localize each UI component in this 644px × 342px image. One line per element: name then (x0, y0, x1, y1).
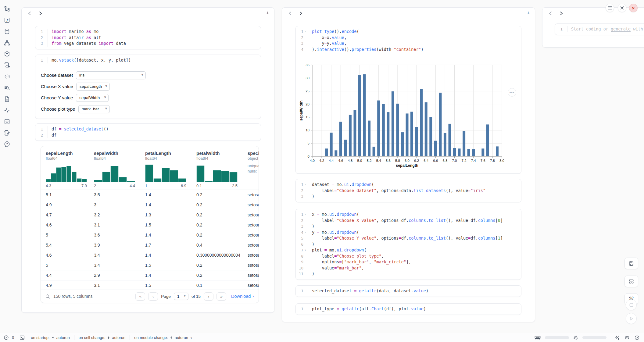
collapse-left-icon[interactable] (548, 11, 553, 16)
altair-bar-chart[interactable]: 051015202530354.04.24.44.64.85.05.25.45.… (298, 56, 518, 173)
fold-chevron-icon[interactable]: ∨ (304, 182, 307, 188)
code-line[interactable]: ) (308, 223, 521, 230)
save-button[interactable] (624, 258, 638, 269)
svg-text:4.0: 4.0 (310, 159, 315, 162)
ai-sparkles-icon[interactable] (614, 335, 620, 340)
on-cell-change-setting[interactable]: on cell change: autorun (79, 335, 126, 340)
run-button[interactable] (626, 313, 637, 324)
empty-code-editor[interactable]: 1 Start coding or generate with AI. (555, 24, 644, 35)
table-cell: 4.9 (46, 283, 94, 288)
code-line[interactable]: df = selected_dataset() (48, 126, 261, 132)
functions-icon[interactable]: ƒ (4, 17, 10, 23)
column-header-sepalWidth[interactable]: sepalWidthfloat6424.4 (94, 151, 145, 190)
page-select[interactable]: 1 (174, 293, 188, 300)
fold-chevron-icon[interactable]: ∨ (304, 230, 307, 236)
next-page-button[interactable]: › (204, 292, 213, 301)
code-line[interactable]: plot = mo.ui.dropdown( (308, 247, 521, 253)
collapse-right-icon[interactable] (559, 11, 564, 16)
connection-status-icon[interactable] (634, 335, 640, 340)
code-line[interactable]: label="Choose dataset", options=data.lis… (308, 188, 521, 194)
errors-icon[interactable] (4, 335, 9, 340)
y-value-select[interactable]: sepalWidth (76, 94, 109, 102)
close-button[interactable]: × (629, 4, 638, 12)
code-line[interactable]: ) (308, 271, 521, 277)
terminal-icon[interactable] (20, 335, 25, 340)
column-header-species[interactable]: speciesobjectunique:nulls: (248, 151, 259, 190)
fold-chevron-icon[interactable]: ∨ (304, 212, 307, 218)
code-line[interactable]: dataset = mo.ui.dropdown( (308, 182, 521, 188)
code-editor-plot-type[interactable]: 1plot_type = getattr(alt.Chart(df), plot… (296, 304, 521, 315)
code-editor-dataset[interactable]: 1∨dataset = mo.ui.dropdown(2 label="Choo… (296, 179, 521, 202)
code-line[interactable]: x=x.value, (308, 35, 521, 41)
code-editor-df[interactable]: 1df = selected_dataset()2df (35, 124, 261, 141)
plot-type-select[interactable]: mark_bar (78, 105, 110, 113)
code-line[interactable]: mo.vstack([dataset, x, y, plot]) (48, 57, 261, 63)
collapse-right-icon[interactable] (299, 11, 303, 16)
collapse-left-icon[interactable] (27, 11, 32, 16)
add-cell-button[interactable]: + (266, 10, 269, 16)
svg-text:5: 5 (308, 141, 309, 145)
code-editor-imports[interactable]: 1import marimo as mo2import altair as al… (35, 26, 261, 49)
download-button[interactable]: Download∨ (231, 294, 254, 299)
code-editor-plot[interactable]: 1∨plot_type().encode(2 x=x.value,3 y=y.v… (296, 26, 521, 55)
chart-actions-button[interactable]: ••• (508, 88, 516, 97)
code-line[interactable]: label="Choose plot type", (308, 253, 521, 259)
logs-icon[interactable] (4, 62, 10, 69)
code-editor-selected[interactable]: 1selected_dataset = getattr(data, datase… (296, 286, 521, 297)
column-header-petalWidth[interactable]: petalWidthfloat640.12.5 (196, 151, 248, 190)
packages-icon[interactable] (4, 51, 10, 57)
code-line[interactable]: plot_type().encode( (308, 29, 521, 35)
on-module-change-setting[interactable]: on module change: autorun ∨ (134, 335, 192, 340)
code-line[interactable]: label="Choose X value", options=df.colum… (308, 218, 521, 224)
help-icon[interactable]: ? (4, 141, 10, 148)
copilot-icon[interactable] (624, 335, 630, 340)
code-line[interactable]: from vega_datasets import data (48, 41, 261, 47)
code-line[interactable]: selected_dataset = getattr(data, dataset… (308, 288, 521, 294)
notebook-scratchpad-icon[interactable] (4, 130, 10, 136)
dependency-graph-icon[interactable] (4, 39, 10, 46)
menu-button[interactable] (606, 4, 614, 12)
dataset-select[interactable]: iris (76, 71, 146, 79)
file-explorer-icon[interactable] (4, 5, 10, 12)
code-line[interactable]: plot_type = getattr(alt.Chart(df), plot.… (308, 306, 521, 312)
search-icon[interactable] (45, 294, 50, 299)
scratchpad-search-icon[interactable] (4, 84, 10, 91)
prev-page-button[interactable]: ‹ (148, 292, 158, 301)
fold-chevron-icon[interactable]: ∨ (304, 29, 307, 35)
fold-chevron-icon[interactable]: ∨ (304, 247, 307, 253)
snippets-icon[interactable] (4, 118, 10, 125)
collapse-right-icon[interactable] (38, 11, 43, 16)
code-line[interactable]: import marimo as mo (48, 29, 261, 35)
code-line[interactable]: ).interactive().properties(width="contai… (308, 47, 521, 53)
code-line[interactable]: options=["mark_bar", "mark_circle"], (308, 259, 521, 265)
code-line[interactable]: import altair as alt (48, 35, 261, 41)
code-line[interactable]: df (48, 132, 261, 138)
code-editor-vstack[interactable]: 1mo.vstack([dataset, x, y, plot]) (35, 55, 261, 66)
code-line[interactable]: value="mark_bar", (308, 265, 521, 271)
x-value-select[interactable]: sepalLength (76, 83, 110, 91)
code-line[interactable]: y = mo.ui.dropdown( (308, 230, 521, 236)
code-line[interactable]: y=y.value, (308, 41, 521, 47)
last-page-button[interactable]: » (216, 292, 226, 301)
code-line[interactable]: ) (308, 241, 521, 248)
column-header-petalLength[interactable]: petalLengthfloat6416.9 (145, 151, 196, 190)
settings-gear-button[interactable] (618, 4, 626, 12)
collapse-left-icon[interactable] (288, 11, 292, 16)
histogram-range: 4.37.9 (46, 183, 87, 188)
code-editor-xyplot[interactable]: 1∨x = mo.ui.dropdown(2 label="Choose X v… (296, 209, 521, 280)
tracing-icon[interactable] (4, 107, 10, 114)
first-page-button[interactable]: « (135, 292, 145, 301)
stop-button[interactable] (626, 299, 637, 310)
layout-panels-button[interactable] (624, 276, 638, 287)
on-startup-setting[interactable]: on startup: autorun (31, 335, 70, 340)
code-line[interactable]: ) (308, 194, 521, 200)
code-line[interactable]: x = mo.ui.dropdown( (308, 212, 521, 218)
datasources-icon[interactable] (4, 28, 10, 35)
generate-link[interactable]: generate (611, 27, 631, 31)
code-line[interactable]: label="Choose Y value", options=df.colum… (308, 235, 521, 241)
column-header-sepalLength[interactable]: sepalLengthfloat644.37.9 (46, 151, 94, 190)
table-cell: 3.5 (94, 192, 145, 197)
chat-icon[interactable] (4, 73, 10, 80)
add-cell-button[interactable]: + (527, 10, 530, 16)
documentation-icon[interactable] (4, 96, 10, 102)
